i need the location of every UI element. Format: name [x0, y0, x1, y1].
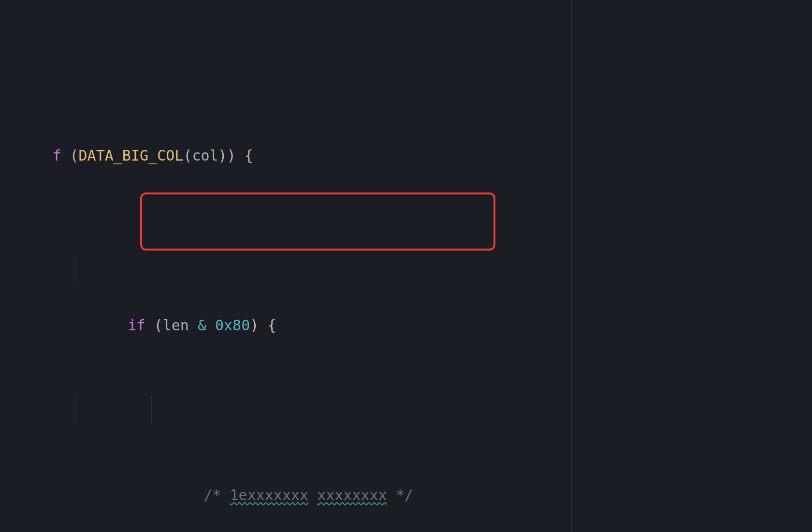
code-line: /* 1exxxxxxx xxxxxxxx */ [0, 396, 812, 425]
comment: /* [203, 487, 230, 503]
comment: */ [387, 487, 413, 503]
comment-text: 1exxxxxxx [230, 487, 309, 503]
paren: ( [70, 147, 79, 164]
comment-text: xxxxxxxx [317, 487, 387, 503]
space [308, 487, 317, 503]
paren: ) [227, 147, 236, 164]
space [189, 317, 198, 334]
number: 0x80 [215, 317, 250, 334]
code-editor[interactable]: f (DATA_BIG_COL(col)) { if (len & 0x80) … [0, 0, 812, 532]
variable: len [163, 317, 189, 334]
space [236, 147, 245, 164]
code-line: f (DATA_BIG_COL(col)) { [0, 113, 812, 142]
fn-name: DATA_BIG_COL [79, 147, 184, 164]
brace: { [267, 317, 276, 334]
paren: ( [183, 147, 192, 164]
paren: ) [250, 317, 259, 334]
keyword: if [128, 317, 145, 334]
variable: col [192, 147, 218, 164]
paren: ) [218, 147, 227, 164]
operator: & [198, 317, 206, 334]
paren: ( [154, 317, 163, 334]
space [145, 317, 154, 334]
paren [61, 147, 70, 164]
space [259, 317, 267, 334]
brace: { [245, 147, 253, 164]
keyword: f [52, 147, 61, 164]
space [206, 317, 215, 334]
code-line: if (len & 0x80) { [0, 255, 812, 283]
code-block: f (DATA_BIG_COL(col)) { if (len & 0x80) … [0, 0, 812, 532]
